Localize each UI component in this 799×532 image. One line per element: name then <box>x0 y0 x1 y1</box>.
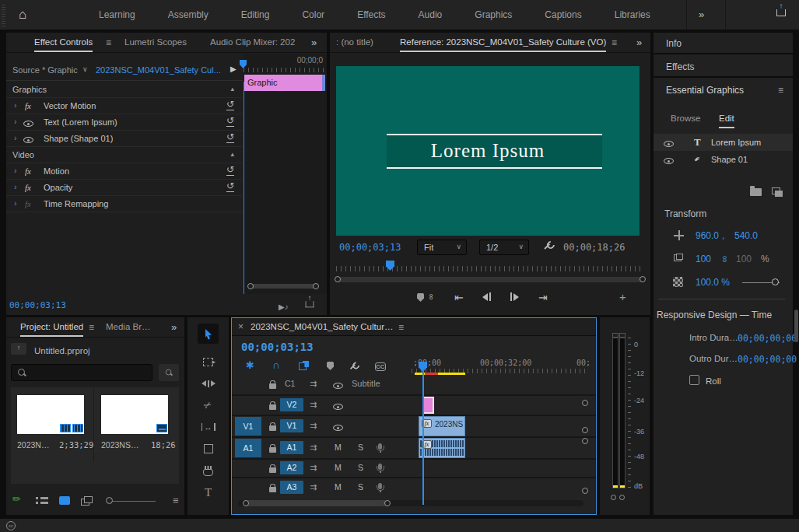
meter-mute-dot[interactable] <box>619 495 625 500</box>
workspace-tab-captions[interactable]: Captions <box>528 0 597 30</box>
panel-menu-icon[interactable]: ≡ <box>612 37 617 48</box>
fx-row-shape-01[interactable]: › Shape (Shape 01) ↺ <box>6 131 242 147</box>
source-patch-a1[interactable]: A1 <box>235 439 261 457</box>
mic-record-icon[interactable] <box>378 462 382 471</box>
new-folder-icon[interactable] <box>750 188 762 198</box>
go-to-out-button[interactable]: ⇥ <box>538 291 548 303</box>
timeline-settings-wrench-icon[interactable] <box>349 360 359 373</box>
project-item-thumbnail[interactable] <box>17 395 84 434</box>
workspace-tab-effects[interactable]: Effects <box>341 0 401 30</box>
scale-icon[interactable] <box>674 254 683 263</box>
icon-view-button[interactable] <box>59 496 70 506</box>
layer-row-lorem-ipsum[interactable]: T Lorem Ipsum <box>654 134 793 151</box>
add-marker-icon[interactable] <box>327 362 334 372</box>
mic-record-icon[interactable] <box>378 442 382 451</box>
source-clip-name[interactable]: 2023NSC_M04V01_Safety Cul... <box>96 65 222 75</box>
export-frame-icon[interactable]: ↑ <box>303 296 316 310</box>
mic-record-icon[interactable] <box>378 481 382 491</box>
hand-tool[interactable] <box>198 460 219 481</box>
scrollbar-handle-right[interactable] <box>640 276 646 282</box>
fx-row-opacity[interactable]: › fx Opacity ↺ <box>6 180 242 196</box>
track-scroll-knob[interactable] <box>582 427 588 433</box>
scale-x-value[interactable]: 100 <box>696 254 711 264</box>
panel-menu-icon[interactable]: ≡ <box>106 37 111 48</box>
scrollbar-handle-left[interactable] <box>247 283 254 289</box>
ripple-edit-tool[interactable] <box>198 373 219 394</box>
timeline-timecode[interactable]: 00;00;03;13 <box>241 341 314 353</box>
panel-menu-icon[interactable]: ≡ <box>398 322 404 333</box>
lock-icon[interactable] <box>269 464 276 474</box>
snap-magnet-icon[interactable]: ∩ <box>272 359 280 371</box>
fx-row-time-remapping[interactable]: › fx Time Remapping <box>6 196 242 212</box>
eye-icon[interactable] <box>333 381 343 390</box>
twirl-icon[interactable]: › <box>14 199 16 208</box>
collapse-icon[interactable]: ▴ <box>230 85 234 93</box>
twirl-icon[interactable]: › <box>14 117 16 126</box>
panel-overflow-button[interactable]: » <box>311 37 317 48</box>
reset-effect-icon[interactable]: ↺ <box>226 116 234 127</box>
fx-row-motion[interactable]: › fx Motion ↺ <box>6 163 242 180</box>
project-item-name[interactable]: 2023NSC... <box>17 440 54 450</box>
captions-cc-icon[interactable]: CC <box>375 361 386 371</box>
lock-icon[interactable] <box>269 380 276 390</box>
scrollbar-handle-left[interactable] <box>243 500 249 506</box>
rectangle-tool[interactable] <box>198 439 219 459</box>
fx-section-graphics[interactable]: Graphics ▴ <box>6 82 242 98</box>
sequence-tab-title[interactable]: 2023NSC_M04V01_Safety Culture (VO) <box>251 322 394 331</box>
gang-chain-icon[interactable]: ∞ <box>427 294 436 300</box>
sync-lock-icon[interactable]: ⇉ <box>310 379 317 389</box>
sync-lock-icon[interactable]: ⇉ <box>310 463 317 473</box>
track-target-button[interactable]: A2 <box>280 461 303 474</box>
eye-icon[interactable] <box>333 423 343 432</box>
opacity-value[interactable]: 100.0 % <box>696 277 730 288</box>
timeline-scrollbar[interactable] <box>238 499 583 507</box>
eye-icon[interactable] <box>664 139 674 149</box>
home-button[interactable]: ⌂ <box>19 7 26 23</box>
sync-lock-icon[interactable]: ⇉ <box>310 421 317 431</box>
link-scale-icon[interactable]: ∞ <box>720 256 731 263</box>
workspace-tab-audio[interactable]: Audio <box>402 0 459 30</box>
button-editor-plus[interactable]: + <box>619 290 626 303</box>
panel-header-essential-graphics[interactable]: Essential Graphics ≡ <box>654 79 793 101</box>
panel-menu-icon[interactable]: ≡ <box>778 85 783 96</box>
solo-button[interactable]: S <box>358 443 363 452</box>
outro-duration-value[interactable]: 00;00;00;00 <box>738 354 797 365</box>
solo-button[interactable]: S <box>358 463 363 472</box>
playback-resolution-dropdown[interactable]: 1/2 ∨ <box>479 240 529 255</box>
reset-effect-icon[interactable]: ↺ <box>226 100 234 110</box>
fx-row-vector-motion[interactable]: › fx Vector Motion ↺ <box>6 98 242 114</box>
workspace-tab-learning[interactable]: Learning <box>82 0 152 30</box>
tab-browse[interactable]: Browse <box>671 109 700 128</box>
scrollbar-handle-left[interactable] <box>335 276 341 282</box>
mute-button[interactable]: M <box>335 482 342 492</box>
opacity-icon[interactable] <box>673 277 683 289</box>
audio-badge-icon[interactable] <box>72 424 83 432</box>
slip-tool[interactable]: ↔ <box>198 417 219 437</box>
timeline-ruler[interactable]: ;00;00 00;00;32;00 00; <box>412 359 586 374</box>
tab-audio-clip-mixer[interactable]: Audio Clip Mixer: 202 <box>210 33 307 52</box>
program-preview[interactable]: Lorem Ipsum <box>336 66 640 236</box>
monitor-ruler[interactable] <box>336 266 644 271</box>
play-toggle-icon[interactable]: ▶ <box>230 65 237 73</box>
add-marker-icon[interactable] <box>417 293 424 303</box>
eye-icon[interactable] <box>23 119 33 128</box>
panel-header-info[interactable]: Info <box>654 33 793 54</box>
fx-timecode[interactable]: 00;00;03;13 <box>9 300 66 310</box>
new-layer-icon[interactable] <box>772 187 780 196</box>
zoom-slider-knob[interactable] <box>106 497 113 504</box>
track-target-button[interactable]: A3 <box>280 481 303 494</box>
lock-icon[interactable] <box>269 422 276 432</box>
scale-y-value[interactable]: 100 <box>736 254 752 264</box>
list-view-button[interactable] <box>36 496 48 506</box>
mute-button[interactable]: M <box>335 443 342 452</box>
workspace-tab-libraries[interactable]: Libraries <box>598 0 667 30</box>
close-tab-icon[interactable]: × <box>238 321 244 332</box>
lock-icon[interactable] <box>269 443 276 454</box>
search-input[interactable] <box>11 364 152 381</box>
panel-overflow-button[interactable]: » <box>636 37 642 48</box>
source-patch-v1[interactable]: V1 <box>235 417 261 436</box>
position-x-value[interactable]: 960.0 <box>696 230 719 241</box>
type-tool[interactable]: T <box>198 482 219 502</box>
twirl-icon[interactable]: › <box>14 166 16 175</box>
twirl-icon[interactable]: › <box>14 134 16 142</box>
